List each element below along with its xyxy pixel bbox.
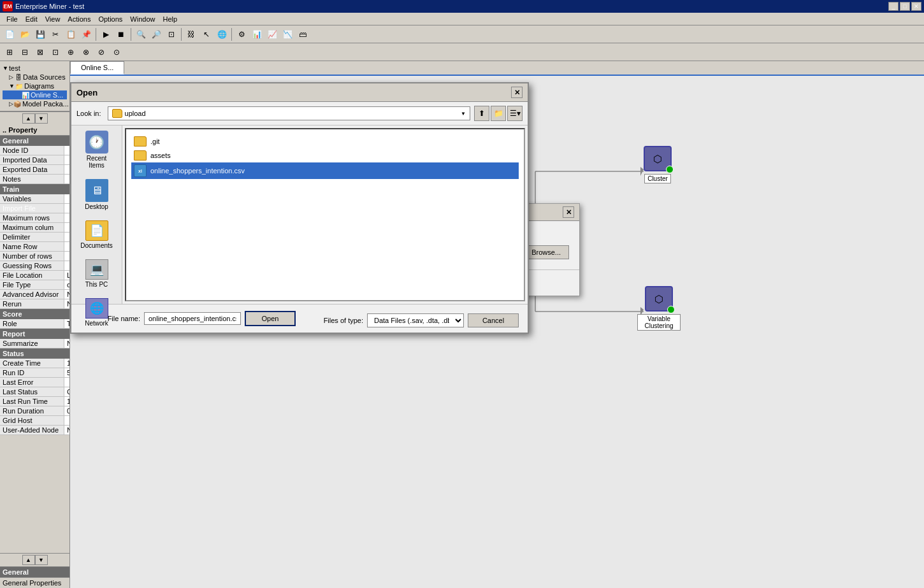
cut-btn[interactable]: ✂ xyxy=(48,27,62,41)
extra5-btn[interactable]: 🗃 xyxy=(296,27,310,41)
save-btn[interactable]: 💾 xyxy=(33,27,47,41)
shortcut-documents[interactable]: 📄 Documents xyxy=(75,218,119,252)
prop-variables: Variables xyxy=(0,194,69,204)
prop-user-added-key: User-Added Node xyxy=(0,426,64,434)
connect-btn[interactable]: ⛓ xyxy=(184,27,198,41)
menu-options[interactable]: Options xyxy=(94,14,126,24)
tree-online-s[interactable]: 📊 Online S... xyxy=(3,90,67,99)
bottom-nav-down[interactable]: ▼ xyxy=(35,555,48,565)
import-dialog-close[interactable]: ✕ xyxy=(563,206,574,218)
nav-up-arrow[interactable]: ▲ xyxy=(22,113,35,124)
open-dialog-title-text: Open xyxy=(76,88,97,97)
run-btn[interactable]: ▶ xyxy=(99,27,113,41)
menu-edit[interactable]: Edit xyxy=(22,14,41,24)
extra2-btn[interactable]: 📊 xyxy=(250,27,264,41)
prop-imported-key: Imported Data xyxy=(0,155,64,164)
tb2-btn6[interactable]: ⊗ xyxy=(79,45,93,59)
prop-max-col-val xyxy=(64,223,69,232)
tree-model-package[interactable]: ▷ 📦 Model Packa... xyxy=(3,99,67,108)
open-button[interactable]: Open xyxy=(245,311,296,326)
open-btn[interactable]: 📂 xyxy=(18,27,32,41)
new-btn[interactable]: 📄 xyxy=(3,27,17,41)
look-in-value: upload xyxy=(125,110,146,117)
window-controls[interactable]: _ □ ✕ xyxy=(888,2,921,11)
tb2-btn1[interactable]: ⊞ xyxy=(3,45,17,59)
fit-btn[interactable]: ⊡ xyxy=(164,27,178,41)
section-train: Train xyxy=(0,184,69,194)
extra1-btn[interactable]: ⚙ xyxy=(235,27,249,41)
bottom-nav-up[interactable]: ▲ xyxy=(22,555,35,565)
sep4 xyxy=(231,28,232,41)
tree-online-label: Online S... xyxy=(31,91,63,99)
prop-file-type-key: File Type xyxy=(0,280,64,289)
file-name-input[interactable] xyxy=(144,312,241,325)
tree-datasources[interactable]: ▷ 🗄 Data Sources xyxy=(3,73,67,82)
zoom-in-btn[interactable]: 🔍 xyxy=(134,27,148,41)
prop-last-error-val xyxy=(64,378,69,387)
prop-create-time-val: 12/24/19 12:02 AM xyxy=(64,359,69,368)
shortcut-recent[interactable]: 🕐 RecentItems xyxy=(75,128,119,171)
zoom-out-btn[interactable]: 🔎 xyxy=(149,27,163,41)
prop-last-status: Last Status Complete xyxy=(0,387,69,397)
tree-panel: ▼ test ▷ 🗄 Data Sources ▼ 📁 Diagrams 📊 O… xyxy=(0,61,69,111)
extra3-btn[interactable]: 📈 xyxy=(265,27,279,41)
cancel-open-button[interactable]: Cancel xyxy=(468,313,519,327)
stop-btn[interactable]: ⏹ xyxy=(114,27,128,41)
node-variable-clustering[interactable]: ⬡ VariableClustering xyxy=(637,286,681,331)
maximize-button[interactable]: □ xyxy=(900,2,910,11)
select-btn[interactable]: ↖ xyxy=(199,27,213,41)
shortcut-this-pc[interactable]: 💻 This PC xyxy=(75,257,119,290)
tb2-btn3[interactable]: ⊠ xyxy=(33,45,47,59)
new-folder-btn[interactable]: 📁 xyxy=(491,106,506,121)
paste-btn[interactable]: 📌 xyxy=(79,27,93,41)
tree-root[interactable]: ▼ test xyxy=(3,64,67,73)
bottom-section-label: General xyxy=(0,566,69,577)
shortcut-desktop[interactable]: 🖥 Desktop xyxy=(75,176,119,213)
menu-window[interactable]: Window xyxy=(126,14,159,24)
prop-import-file[interactable]: Import File xyxy=(0,204,69,213)
nav-down-arrow[interactable]: ▼ xyxy=(35,113,48,124)
file-item-git[interactable]: .git xyxy=(131,134,519,148)
prop-notes-key: Notes xyxy=(0,175,64,183)
prop-guessing-rows-val xyxy=(64,261,69,270)
file-item-csv[interactable]: xl online_shoppers_intention.csv xyxy=(131,162,519,179)
go-up-btn[interactable]: ⬆ xyxy=(474,106,489,121)
open-dialog-title-bar: Open ✕ xyxy=(71,83,528,102)
minimize-button[interactable]: _ xyxy=(888,2,899,11)
tree-diagrams[interactable]: ▼ 📁 Diagrams xyxy=(3,82,67,90)
view-menu-btn[interactable]: ☰▾ xyxy=(507,106,523,121)
prop-last-run-time: Last Run Time 12/24/19 12:06 AM xyxy=(0,397,69,406)
menu-view[interactable]: View xyxy=(41,14,64,24)
globe-btn[interactable]: 🌐 xyxy=(215,27,229,41)
menu-actions[interactable]: Actions xyxy=(64,14,94,24)
sep2 xyxy=(131,28,131,41)
tb2-btn5[interactable]: ⊕ xyxy=(64,45,78,59)
prop-max-col-key: Maximum colum xyxy=(0,223,64,232)
file-item-assets[interactable]: assets xyxy=(131,148,519,162)
tb2-btn7[interactable]: ⊘ xyxy=(94,45,108,59)
menu-help[interactable]: Help xyxy=(159,14,181,24)
shortcut-desktop-label: Desktop xyxy=(85,203,108,210)
open-dialog-footer: File name: Open Files of type: Data File… xyxy=(71,304,528,333)
diagram-tab-active[interactable]: Online S... xyxy=(70,61,124,75)
look-in-combo[interactable]: upload ▼ xyxy=(108,106,470,120)
tb2-btn4[interactable]: ⊡ xyxy=(48,45,62,59)
prop-rerun: Rerun No xyxy=(0,299,69,309)
prop-grid-host: Grid Host xyxy=(0,416,69,426)
tb2-btn2[interactable]: ⊟ xyxy=(18,45,32,59)
browse-button[interactable]: Browse... xyxy=(523,245,569,259)
main-toolbar: 📄 📂 💾 ✂ 📋 📌 ▶ ⏹ 🔍 🔎 ⊡ ⛓ ↖ 🌐 ⚙ 📊 📈 📉 🗃 xyxy=(0,25,924,43)
close-button[interactable]: ✕ xyxy=(911,2,921,11)
tb2-btn8[interactable]: ⊙ xyxy=(110,45,124,59)
menu-file[interactable]: File xyxy=(3,14,22,24)
node-cluster[interactable]: ⬡ Cluster xyxy=(644,146,672,183)
files-of-type-select[interactable]: Data Files (.sav, .dta, .dbf, .jmp, .wk4… xyxy=(367,313,464,327)
open-dialog-close[interactable]: ✕ xyxy=(511,87,523,98)
section-general: General xyxy=(0,136,69,146)
bottom-nav-arrows: ▲ ▼ xyxy=(0,553,69,566)
documents-icon: 📄 xyxy=(85,220,108,241)
prop-variables-key: Variables xyxy=(0,194,64,203)
extra4-btn[interactable]: 📉 xyxy=(280,27,294,41)
prop-variables-val xyxy=(64,194,69,203)
copy-btn[interactable]: 📋 xyxy=(64,27,78,41)
